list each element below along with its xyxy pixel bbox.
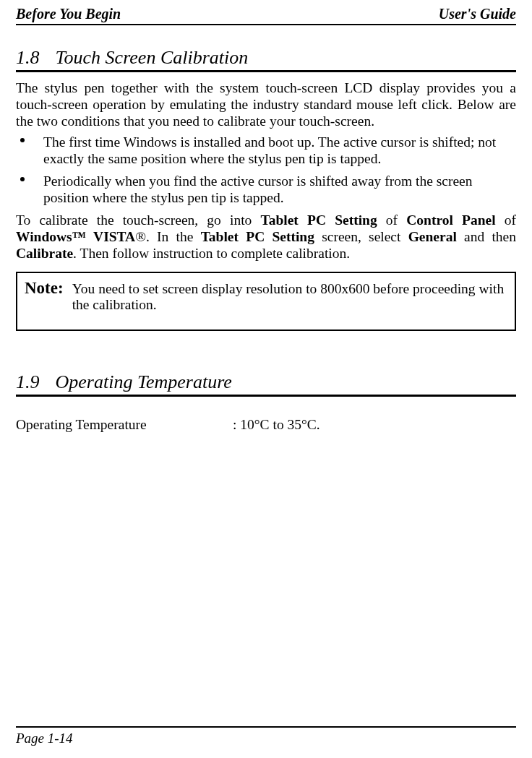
section-number: 1.9: [16, 371, 40, 393]
page-number: Page 1-14: [16, 731, 516, 746]
header-left: Before You Begin: [16, 6, 121, 22]
text: To calibrate the touch-screen, go into: [16, 212, 260, 228]
bold-text: Tablet PC Setting: [260, 212, 377, 228]
bold-text: Windows™ VISTA: [16, 229, 135, 244]
section-number: 1.8: [16, 47, 40, 69]
section-heading-1-8: 1.8 Touch Screen Calibration: [16, 47, 516, 69]
list-item-text: Periodically when you find the active cu…: [43, 173, 472, 205]
section-heading-1-9: 1.9 Operating Temperature: [16, 371, 516, 393]
bold-text: Control Panel: [406, 212, 495, 228]
note-text: You need to set screen display resolutio…: [72, 279, 507, 314]
section-title: Touch Screen Calibration: [56, 47, 249, 69]
bullet-icon: [20, 138, 25, 142]
section-title: Operating Temperature: [56, 371, 232, 393]
note-label: Note:: [25, 279, 64, 298]
note-box: Note: You need to set screen display res…: [16, 272, 516, 331]
bullet-icon: [20, 177, 25, 181]
spec-value: : 10°C to 35°C.: [233, 417, 320, 433]
text: ®. In the: [135, 229, 200, 244]
section-rule: [16, 395, 516, 397]
text: screen, select: [314, 229, 408, 244]
text: and then: [457, 229, 520, 244]
bold-text: Tablet PC Setting: [201, 229, 314, 244]
spec-row: Operating Temperature : 10°C to 35°C.: [16, 417, 516, 433]
text: . Then follow instruction to complete ca…: [73, 246, 350, 261]
list-item-text: The first time Windows is installed and …: [43, 134, 496, 166]
header-right: User's Guide: [439, 6, 516, 22]
conditions-list: The first time Windows is installed and …: [16, 134, 516, 206]
intro-paragraph: The stylus pen together with the system …: [16, 79, 516, 129]
text: of: [377, 212, 407, 228]
list-item: Periodically when you find the active cu…: [16, 173, 516, 206]
footer-rule: [16, 726, 516, 728]
list-item: The first time Windows is installed and …: [16, 134, 516, 167]
spec-label: Operating Temperature: [16, 417, 233, 433]
text: of: [496, 212, 520, 228]
bold-text: General: [408, 229, 457, 244]
bold-text: Calibrate: [16, 246, 73, 261]
section-rule: [16, 70, 516, 72]
page-header: Before You Begin User's Guide: [16, 0, 516, 25]
calibration-paragraph: To calibrate the touch-screen, go into T…: [16, 212, 516, 262]
page-footer: Page 1-14: [16, 726, 516, 746]
